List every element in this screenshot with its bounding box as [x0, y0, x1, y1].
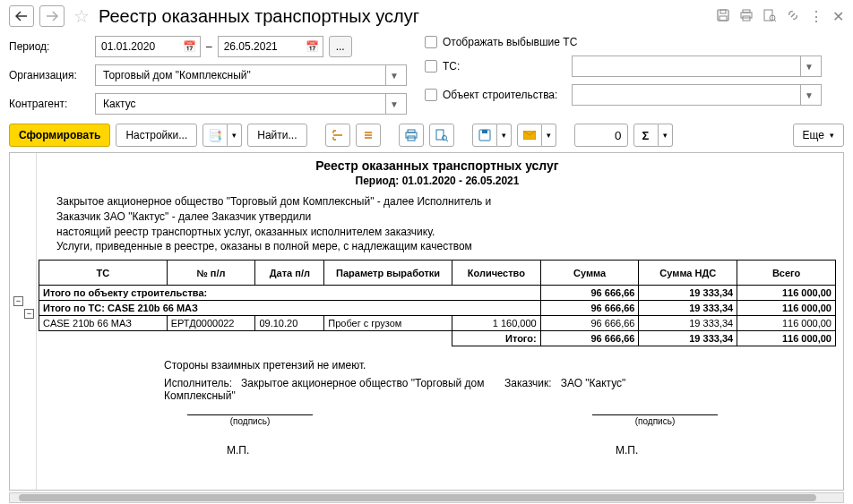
- claims-text: Стороны взаимных претензий не имеют.: [164, 359, 836, 372]
- mp-right: М.П.: [616, 444, 669, 457]
- show-retired-checkbox[interactable]: [425, 36, 437, 48]
- kebab-icon[interactable]: ⋮: [809, 8, 823, 25]
- nav-back-button[interactable]: [9, 5, 34, 27]
- object-label: Объект строительства:: [443, 89, 566, 101]
- date-to-field[interactable]: 📅: [218, 36, 323, 57]
- variants-button[interactable]: 📑 ▾: [202, 124, 242, 147]
- contr-label: Контрагент:: [9, 98, 90, 110]
- grand-total-row: Итого: 96 666,66 19 333,34 116 000,00: [39, 331, 836, 346]
- report-title: Реестр оказанных транспортных услуг: [39, 158, 836, 173]
- col-nds: Сумма НДС: [639, 261, 737, 286]
- sum-value-input[interactable]: [574, 124, 628, 147]
- send-button[interactable]: ▾: [517, 124, 556, 147]
- dropdown-icon[interactable]: ▼: [386, 65, 402, 85]
- period-label: Период:: [9, 40, 90, 53]
- horizontal-scrollbar[interactable]: [9, 492, 844, 503]
- outline-toggle-1[interactable]: −: [13, 296, 23, 306]
- subtotal-ts-row: Итого по ТС: CASE 210b 66 МАЗ 96 666,66 …: [39, 301, 836, 316]
- svg-rect-16: [482, 130, 487, 133]
- executor-block: Исполнитель: Закрытое акционерное общест…: [164, 377, 504, 402]
- outline-toggle-2[interactable]: −: [24, 309, 34, 319]
- col-param: Параметр выработки: [324, 261, 452, 286]
- org-label: Организация:: [9, 69, 90, 81]
- print-icon[interactable]: [739, 8, 754, 25]
- contr-select[interactable]: Кактус ▼: [95, 93, 407, 115]
- find-button[interactable]: Найти...: [247, 124, 306, 147]
- show-retired-label: Отображать выбывшие ТС: [443, 36, 577, 48]
- executor-signature: (подпись): [187, 414, 313, 426]
- org-select[interactable]: Торговый дом "Комплексный" ▼: [95, 64, 407, 86]
- svg-rect-1: [720, 10, 726, 13]
- customer-block: Заказчик: ЗАО "Кактус": [504, 377, 737, 402]
- col-ts: ТС: [39, 261, 168, 286]
- nav-forward-button[interactable]: [39, 5, 65, 27]
- settings-button[interactable]: Настройки...: [116, 124, 197, 147]
- org-value: Торговый дом "Комплексный": [99, 65, 386, 85]
- date-to-input[interactable]: [222, 39, 294, 54]
- print-button[interactable]: [399, 124, 424, 147]
- favorite-star-icon[interactable]: ☆: [73, 5, 90, 27]
- svg-line-8: [774, 20, 776, 21]
- report-subtitle: Период: 01.01.2020 - 26.05.2021: [39, 175, 836, 187]
- page-title: Реестр оказанных транспортных услуг: [99, 6, 711, 27]
- svg-point-13: [442, 136, 446, 141]
- subtotal-object-row: Итого по объекту строительства: 96 666,6…: [39, 286, 836, 301]
- generate-button[interactable]: Сформировать: [9, 124, 110, 147]
- date-from-input[interactable]: [99, 39, 171, 54]
- table-row: CASE 210b 66 МАЗ ЕРТД0000022 09.10.20 Пр…: [39, 316, 836, 331]
- dropdown-icon[interactable]: ▼: [801, 85, 817, 105]
- period-picker-button[interactable]: ...: [329, 36, 352, 57]
- svg-line-14: [446, 140, 448, 141]
- col-num: № п/л: [167, 261, 255, 286]
- report-area: − − Реестр оказанных транспортных услуг …: [9, 152, 844, 491]
- date-separator: –: [206, 40, 212, 53]
- date-from-field[interactable]: 📅: [95, 36, 201, 57]
- sigma-button[interactable]: Σ ▾: [633, 124, 673, 147]
- expand-all-button[interactable]: [325, 124, 350, 147]
- customer-signature: (подпись): [592, 414, 718, 426]
- ts-label: ТС:: [443, 60, 566, 73]
- collapse-all-button[interactable]: [356, 124, 381, 147]
- link-icon[interactable]: [786, 8, 800, 25]
- save-icon[interactable]: [716, 8, 730, 25]
- ts-select[interactable]: ▼: [572, 56, 822, 77]
- calendar-icon[interactable]: 📅: [183, 40, 196, 53]
- calendar-icon[interactable]: 📅: [306, 40, 319, 53]
- close-icon[interactable]: ✕: [832, 8, 844, 25]
- object-select[interactable]: ▼: [572, 84, 822, 106]
- ts-filter-checkbox[interactable]: [425, 60, 437, 73]
- outline-column: − −: [10, 153, 37, 490]
- col-total: Всего: [737, 261, 836, 286]
- mp-left: М.П.: [227, 444, 280, 457]
- col-qty: Количество: [452, 261, 540, 286]
- contr-value: Кактус: [99, 94, 386, 114]
- more-button[interactable]: Еще ▾: [793, 124, 844, 147]
- report-intro: Закрытое акционерное общество "Торговый …: [56, 194, 836, 254]
- col-date: Дата п/л: [255, 261, 324, 286]
- preview-button[interactable]: [429, 124, 454, 147]
- svg-rect-2: [719, 16, 727, 21]
- save-variant-button[interactable]: ▾: [472, 124, 512, 147]
- report-table: ТС № п/л Дата п/л Параметр выработки Кол…: [39, 260, 836, 346]
- preview-icon[interactable]: [763, 8, 777, 25]
- dropdown-icon[interactable]: ▼: [386, 94, 402, 114]
- object-filter-checkbox[interactable]: [425, 89, 437, 101]
- dropdown-icon[interactable]: ▼: [801, 56, 817, 76]
- col-sum: Сумма: [540, 261, 639, 286]
